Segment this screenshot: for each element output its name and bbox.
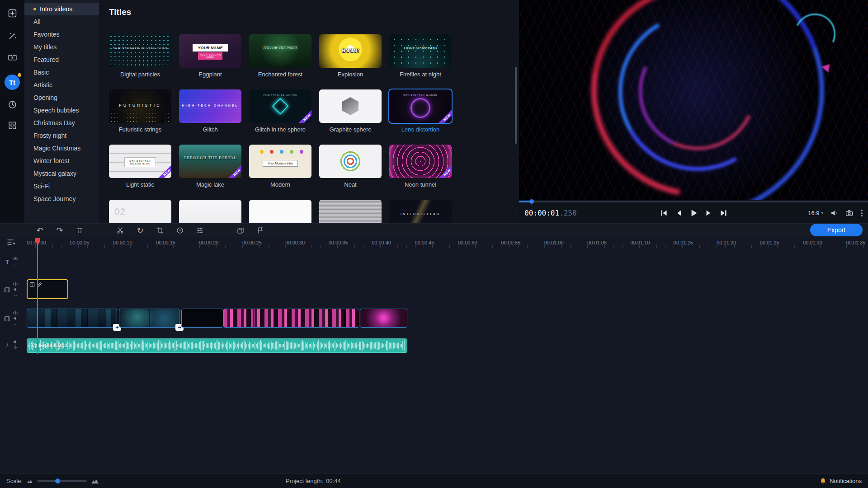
title-card-thumbnail[interactable]: FOLLOW THE PIXIES: [249, 34, 311, 68]
title-card-digital-particles[interactable]: CHRISTOPHER WILSON BLOG Digital particle…: [109, 34, 171, 78]
title-card-fireflies-at-night[interactable]: LIGHT UP MY PATH Fireflies at night: [389, 34, 452, 78]
sidebar-item-intro-videos[interactable]: Intro videos: [24, 3, 99, 15]
previous-frame-button[interactable]: [675, 209, 683, 217]
import-media-button[interactable]: [5, 6, 20, 22]
title-card-glitch-in-the-sphere[interactable]: CHRISTOPHER WILSON NEW Glitch in the sph…: [249, 89, 311, 133]
title-card-lens-distortion[interactable]: CHRISTOPHER WILSON NEW Lens distortion: [389, 89, 452, 133]
title-card-partial-1[interactable]: 02: [109, 200, 171, 223]
video-clip-3[interactable]: [181, 309, 223, 328]
title-card-thumbnail[interactable]: [319, 89, 382, 123]
title-card-magic-lake[interactable]: THROUGH THE PORTAL NEW Magic lake: [179, 145, 241, 188]
titles-button[interactable]: Tt: [5, 75, 20, 90]
stickers-button[interactable]: [5, 118, 20, 134]
sidebar-item-favorites[interactable]: Favorites: [24, 28, 99, 41]
title-card-thumbnail[interactable]: 02: [109, 200, 171, 223]
sidebar-item-basic[interactable]: Basic: [24, 66, 99, 79]
next-frame-button[interactable]: [705, 209, 712, 217]
title-card-thumbnail[interactable]: [179, 200, 241, 223]
title-card-eggplant[interactable]: YOUR NAME YOUR SLOGAN HERE Eggplant: [179, 34, 241, 78]
scale-slider-thumb[interactable]: [55, 479, 60, 483]
title-card-thumbnail[interactable]: HIGH TECH CHANNEL: [179, 89, 241, 123]
add-marker-button[interactable]: [256, 226, 265, 235]
track-visibility-icon[interactable]: [13, 282, 18, 286]
title-card-thumbnail[interactable]: INTERSTELLAR: [389, 200, 452, 223]
title-card-explosion[interactable]: BOOM! Explosion: [319, 34, 382, 78]
sidebar-item-sci-fi[interactable]: Sci-Fi: [24, 180, 99, 192]
track-visibility-icon[interactable]: [13, 257, 18, 261]
video-clip-4[interactable]: [223, 309, 359, 328]
clip-speed-button[interactable]: [175, 226, 184, 235]
delete-button[interactable]: [75, 226, 84, 235]
title-card-neat[interactable]: Neat: [319, 145, 382, 188]
skip-to-end-button[interactable]: [720, 209, 727, 217]
title-card-thumbnail[interactable]: CHRISTOPHER WILSON NEW: [389, 89, 452, 123]
sidebar-item-magic-christmas[interactable]: Magic Christmas: [24, 142, 99, 155]
title-card-partial-2[interactable]: [179, 200, 241, 223]
timeline-scale-slider[interactable]: [37, 480, 87, 482]
title-card-thumbnail[interactable]: Your Modern Intro: [249, 145, 311, 178]
title-card-neon-tunnel[interactable]: NEW Neon tunnel: [389, 145, 452, 188]
title-card-thumbnail[interactable]: CHRISTOPHER WILSON BLOG NEW: [109, 145, 171, 178]
title-card-thumbnail[interactable]: [319, 145, 382, 178]
title-clip-selected[interactable]: [27, 279, 68, 299]
filters-button[interactable]: [5, 29, 20, 44]
title-card-thumbnail[interactable]: YOUR NAME YOUR SLOGAN HERE: [179, 34, 241, 68]
track-visibility-icon[interactable]: [13, 311, 18, 315]
title-card-thumbnail[interactable]: CHRISTOPHER WILSON BLOG: [109, 34, 171, 68]
title-card-thumbnail[interactable]: CHRISTOPHER WILSON NEW: [249, 89, 311, 123]
export-button[interactable]: Export: [810, 224, 863, 236]
title-card-glitch[interactable]: HIGH TECH CHANNEL Glitch: [179, 89, 241, 133]
snapshot-camera-button[interactable]: [845, 209, 853, 217]
title-card-partial-4[interactable]: [319, 200, 382, 223]
track-mute-icon[interactable]: [13, 287, 18, 291]
effects-button[interactable]: [5, 98, 20, 113]
preview-video-frame[interactable]: [519, 0, 868, 200]
title-card-thumbnail[interactable]: [319, 200, 382, 223]
skip-to-start-button[interactable]: [660, 209, 668, 217]
sidebar-item-speech-bubbles[interactable]: Speech bubbles: [24, 104, 99, 117]
copy-properties-button[interactable]: [236, 226, 245, 235]
undo-button[interactable]: ↶: [35, 226, 44, 235]
audio-clip[interactable]: [27, 338, 407, 353]
split-button[interactable]: [116, 226, 125, 235]
sidebar-item-christmas-day[interactable]: Christmas Day: [24, 117, 99, 129]
sidebar-item-winter-forest[interactable]: Winter forest: [24, 155, 99, 167]
volume-button[interactable]: [830, 209, 838, 217]
video-clip-2[interactable]: [119, 309, 179, 328]
track-link-icon[interactable]: ↔: [13, 293, 18, 297]
title-card-thumbnail[interactable]: BOOM!: [319, 34, 382, 68]
zoom-in-icon[interactable]: [91, 479, 99, 483]
title-card-modern[interactable]: Your Modern Intro Modern: [249, 145, 311, 188]
title-card-thumbnail[interactable]: FUTURISTIC: [109, 89, 171, 123]
title-card-thumbnail[interactable]: LIGHT UP MY PATH: [389, 34, 452, 68]
video-clip-1[interactable]: [27, 309, 117, 328]
title-card-partial-5[interactable]: INTERSTELLAR: [389, 200, 452, 223]
notifications-button[interactable]: Notifications: [820, 474, 862, 488]
aspect-ratio-dropdown[interactable]: 16:9▾: [808, 210, 823, 216]
sidebar-item-my-titles[interactable]: My titles: [24, 41, 99, 53]
sidebar-item-mystical-galaxy[interactable]: Mystical galaxy: [24, 167, 99, 180]
sidebar-item-all[interactable]: All: [24, 15, 99, 28]
title-card-partial-3[interactable]: [249, 200, 311, 223]
timeline-ruler[interactable]: 00:00:00 00:00:05 00:00:10 00:00:15 00:0…: [0, 237, 868, 249]
microphone-icon[interactable]: [13, 345, 18, 349]
title-card-thumbnail[interactable]: [249, 200, 311, 223]
sidebar-item-frosty-night[interactable]: Frosty night: [24, 129, 99, 142]
zoom-out-icon[interactable]: [27, 479, 33, 483]
title-card-futuristic-strings[interactable]: FUTURISTIC Futuristic strings: [109, 89, 171, 133]
title-card-enchanted-forest[interactable]: FOLLOW THE PIXIES Enchanted forest: [249, 34, 311, 78]
video-clip-5[interactable]: [360, 309, 407, 328]
sidebar-item-opening[interactable]: Opening: [24, 91, 99, 104]
playhead[interactable]: [37, 238, 38, 354]
rotate-button[interactable]: ↻: [136, 226, 145, 235]
sidebar-item-featured[interactable]: Featured: [24, 53, 99, 66]
title-card-thumbnail[interactable]: THROUGH THE PORTAL NEW: [179, 145, 241, 178]
track-mute-icon[interactable]: [13, 340, 18, 344]
track-arrow-icon[interactable]: ←: [13, 322, 18, 326]
more-options-button[interactable]: [860, 209, 863, 217]
sidebar-item-artistic[interactable]: Artistic: [24, 79, 99, 91]
transitions-button[interactable]: [5, 51, 20, 66]
track-link-icon[interactable]: ↔: [13, 262, 18, 267]
track-mute-icon[interactable]: [13, 316, 18, 320]
title-card-graphite-sphere[interactable]: Graphite sphere: [319, 89, 382, 133]
